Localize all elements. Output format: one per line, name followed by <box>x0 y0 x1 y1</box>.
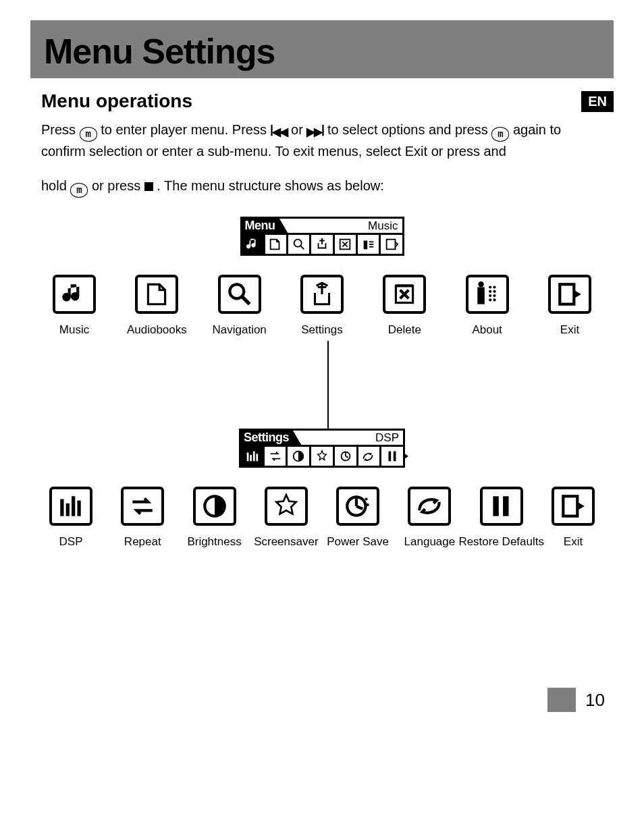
svg-rect-3 <box>363 241 367 250</box>
next-icon: ▶▶ꟾ <box>306 124 323 141</box>
menu-item-about: About <box>450 275 525 337</box>
svg-point-13 <box>478 281 483 287</box>
page-title: Menu Settings <box>44 31 600 72</box>
svg-point-42 <box>367 503 369 506</box>
svg-line-9 <box>242 296 250 304</box>
lcd-settings-screen: Settings DSP <box>239 429 405 468</box>
settings-item-language: Language <box>396 487 463 549</box>
menu-button-icon <box>491 127 509 142</box>
svg-point-20 <box>489 299 491 302</box>
menu-item-audiobooks: Audiobooks <box>119 275 194 337</box>
menu-item-delete: Delete <box>367 275 441 337</box>
svg-rect-23 <box>247 453 249 462</box>
svg-rect-7 <box>386 240 395 250</box>
settings-item-powersave: Power Save <box>324 487 392 549</box>
menu-button-icon <box>80 127 97 142</box>
svg-point-19 <box>493 294 495 297</box>
settings-icon-row: DSP Repeat Brightness Screensaver Power … <box>30 487 614 549</box>
svg-rect-45 <box>563 497 577 516</box>
title-banner: Menu Settings <box>30 20 614 78</box>
menu-item-navigation: Navigation <box>203 275 277 337</box>
svg-rect-44 <box>503 497 508 516</box>
svg-point-14 <box>489 286 491 289</box>
settings-item-dsp: DSP <box>37 487 105 549</box>
svg-rect-24 <box>250 455 252 461</box>
page-number: 10 <box>585 690 605 711</box>
settings-item-brightness: Brightness <box>181 487 248 549</box>
footer-block <box>547 688 576 712</box>
instruction-text: Press to enter player menu. Press ꟾ◀◀ or… <box>30 120 614 198</box>
svg-rect-26 <box>256 454 258 462</box>
settings-item-exit: Exit <box>539 487 607 549</box>
section-title: Menu operations <box>41 90 192 112</box>
settings-item-repeat: Repeat <box>109 487 176 549</box>
svg-line-40 <box>356 506 363 509</box>
menu-item-music: Music <box>37 275 111 337</box>
svg-point-15 <box>493 286 495 289</box>
settings-item-screensaver: Screensaver <box>252 487 320 549</box>
svg-rect-34 <box>66 503 70 516</box>
svg-point-18 <box>489 294 491 297</box>
lcd-tab: Menu <box>242 219 279 233</box>
svg-rect-25 <box>253 452 255 462</box>
svg-rect-32 <box>394 452 396 462</box>
svg-point-8 <box>230 285 244 299</box>
svg-point-16 <box>489 290 491 293</box>
page-footer: 10 <box>547 688 605 712</box>
svg-point-17 <box>493 290 495 293</box>
svg-point-21 <box>493 299 495 302</box>
svg-rect-43 <box>493 497 498 516</box>
lcd-selected: Music <box>368 219 402 233</box>
svg-line-30 <box>346 456 348 458</box>
prev-icon: ꟾ◀◀ <box>270 124 287 141</box>
menu-item-exit: Exit <box>533 275 607 337</box>
language-badge: EN <box>581 91 614 112</box>
menu-item-settings: Settings <box>285 275 359 337</box>
svg-rect-31 <box>389 452 392 462</box>
connector-line <box>327 341 329 429</box>
settings-item-restore: Restore Defaults <box>468 487 535 549</box>
svg-rect-22 <box>560 285 574 304</box>
menu-icon-row: Music Audiobooks Navigation Settings Del… <box>30 275 614 337</box>
svg-rect-12 <box>477 288 485 304</box>
svg-rect-36 <box>77 501 80 516</box>
lcd-tab: Settings <box>241 431 293 445</box>
svg-line-1 <box>300 246 304 250</box>
svg-rect-35 <box>72 497 75 516</box>
lcd-selected: DSP <box>375 431 403 445</box>
svg-point-41 <box>365 498 368 501</box>
svg-rect-33 <box>60 499 63 516</box>
menu-button-icon <box>70 183 88 198</box>
lcd-menu-screen: Menu Music <box>240 217 404 256</box>
stop-icon <box>144 182 153 191</box>
